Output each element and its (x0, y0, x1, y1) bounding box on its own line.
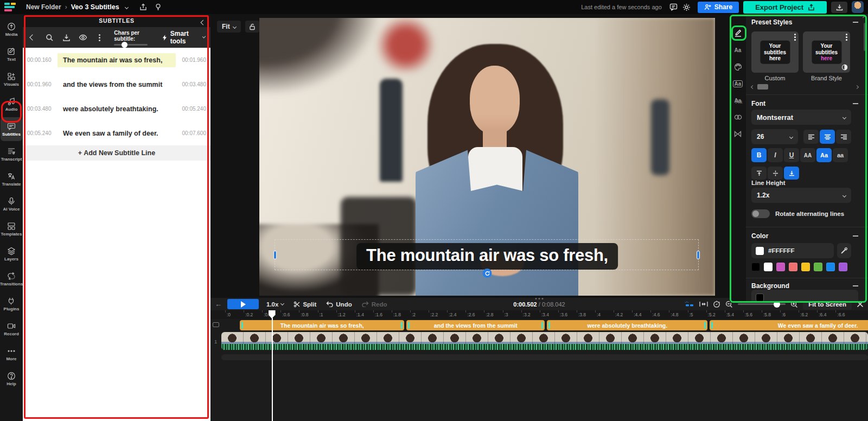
vertical-align-middle-button[interactable] (768, 167, 783, 180)
kapwing-logo-icon[interactable] (4, 3, 18, 11)
collapse-font-section-icon[interactable] (853, 103, 858, 104)
preset-card-brand[interactable]: Your subtitles here (803, 31, 850, 73)
sidebar-item-translate[interactable]: Translate (1, 167, 22, 191)
sidebar-item-text[interactable]: Text (1, 42, 22, 66)
fit-timeline-icon[interactable] (699, 301, 708, 307)
sidebar-item-templates[interactable]: Templates (1, 217, 22, 241)
back-icon[interactable] (28, 32, 37, 43)
sidebar-item-plugins[interactable]: Plugins (1, 292, 22, 316)
breadcrumb-folder[interactable]: New Folder (26, 3, 61, 11)
sidebar-item-visuals[interactable]: Visuals (1, 67, 22, 91)
subtitle-track-toggle-icon[interactable] (685, 301, 694, 308)
sidebar-item-more[interactable]: More (1, 342, 22, 366)
sidebar-item-transcript[interactable]: Transcript (1, 142, 22, 166)
outline-tab-icon[interactable]: Aa (732, 78, 744, 90)
preset-card-custom[interactable]: Your subtitles here (751, 31, 799, 73)
lowercase-button[interactable]: aa (833, 148, 848, 162)
preset-scroll-right-icon[interactable] (855, 85, 859, 88)
edit-style-tab-icon[interactable] (732, 27, 744, 39)
color-swatch-f7c21e[interactable] (801, 263, 810, 271)
visibility-eye-icon[interactable] (79, 32, 88, 43)
canvas-fit-dropdown[interactable]: Fit (217, 21, 241, 33)
breadcrumb-project-title[interactable]: Veo 3 Subtitles (71, 3, 119, 11)
uppercase-button[interactable]: AA (800, 148, 815, 162)
collapse-panel-icon[interactable] (201, 17, 205, 27)
capitalize-button[interactable]: Aa (816, 148, 832, 162)
video-frame[interactable]: The mountain air was so fresh, (259, 18, 715, 296)
user-avatar[interactable] (852, 1, 864, 13)
align-center-button[interactable] (820, 130, 835, 144)
color-tab-icon[interactable] (732, 61, 744, 73)
animation-tab-icon[interactable] (732, 128, 744, 140)
playback-speed-dropdown[interactable]: 1.0x (264, 300, 286, 309)
timeline-ruler[interactable]: :0:0.2:0.4:0.6:0.8:1:1.2:1.4:1.6:1.8:2:2… (210, 310, 868, 319)
subtitle-text[interactable]: and the views from the summit (58, 78, 176, 92)
color-swatch-c757be[interactable] (776, 263, 785, 271)
font-size-select[interactable]: 26 (751, 129, 798, 144)
sidebar-item-audio[interactable]: Audio (1, 92, 22, 116)
color-swatch-f07171[interactable] (789, 263, 797, 271)
preset-card-menu-icon[interactable] (794, 34, 796, 35)
timeline-horizontal-scrollbar[interactable] (221, 354, 868, 360)
add-subtitle-line-button[interactable]: + Add New Subtitle Line (23, 145, 210, 161)
subtitle-timeline-block[interactable]: The mountain air was so fresh, (240, 320, 404, 330)
color-swatch-ffffff[interactable] (764, 263, 773, 271)
color-swatch-000000[interactable] (751, 263, 760, 271)
italic-button[interactable]: I (768, 148, 783, 162)
subtitle-timeline-block[interactable]: were absolutely breathtaking. (547, 320, 707, 330)
align-left-button[interactable] (803, 130, 819, 144)
download-subtitles-icon[interactable] (62, 32, 71, 43)
search-icon[interactable] (45, 32, 54, 43)
download-button[interactable] (831, 2, 847, 13)
line-height-select[interactable]: 1.2x (751, 188, 851, 203)
more-options-kebab-icon[interactable] (95, 32, 104, 43)
color-hex-field[interactable]: #FFFFFF (751, 243, 834, 258)
subtitle-row[interactable]: 00:01.960and the views from the summit00… (23, 72, 210, 97)
sidebar-item-layers[interactable]: Layers (1, 242, 22, 266)
redo-button[interactable]: Redo (360, 300, 390, 309)
subtitle-row[interactable]: 00:00.160The mountain air was so fresh,0… (23, 48, 210, 72)
collapse-background-section-icon[interactable] (853, 285, 858, 286)
smart-tools-button[interactable]: Smart tools (162, 30, 205, 45)
collapse-preset-styles-icon[interactable] (853, 22, 858, 23)
sidebar-item-subtitles[interactable]: Subtitles (1, 117, 22, 141)
subtitle-timeline-block[interactable]: We even saw a family of deer. (710, 320, 868, 330)
eyedropper-button[interactable] (837, 243, 851, 258)
panel-scrollbar[interactable] (863, 15, 867, 302)
chars-per-subtitle-slider[interactable] (114, 44, 148, 46)
shadow-tab-icon[interactable]: Aa (732, 94, 744, 106)
color-swatch-1688ec[interactable] (826, 263, 835, 271)
preset-carousel-scrollbar[interactable] (751, 84, 858, 90)
color-swatch-62b544[interactable] (814, 263, 822, 271)
font-family-select[interactable]: Montserrat (751, 110, 851, 125)
canvas-lock-icon[interactable] (245, 21, 259, 33)
subtitle-row[interactable]: 00:03.480were absolutely breathtaking.00… (23, 97, 210, 121)
font-tab-icon[interactable]: Aa (732, 44, 744, 56)
sidebar-item-media[interactable]: Media (1, 17, 22, 41)
preset-card-menu-icon[interactable] (846, 34, 847, 35)
preset-scroll-thumb[interactable] (757, 84, 768, 90)
timeline-resize-handle[interactable] (539, 298, 540, 299)
sidebar-item-help[interactable]: Help (1, 367, 22, 391)
subtitle-timeline-block[interactable]: and the views from the summit (406, 320, 545, 330)
sidebar-item-record[interactable]: Record (1, 317, 22, 341)
subtitle-row[interactable]: 00:05.240We even saw a family of deer.00… (23, 121, 210, 145)
bold-button[interactable]: B (751, 148, 767, 162)
panel-scroll-thumb[interactable] (864, 23, 866, 51)
project-menu-chevron-icon[interactable] (120, 1, 133, 13)
comments-icon[interactable] (667, 1, 680, 13)
video-track-filmstrip[interactable] (221, 332, 868, 350)
sidebar-item-transitions[interactable]: Transitions (1, 267, 22, 291)
chars-slider-knob[interactable] (122, 42, 127, 48)
caption-resize-handle-right[interactable] (697, 251, 700, 259)
preset-scroll-left-icon[interactable] (751, 85, 755, 88)
split-button[interactable]: Split (291, 300, 318, 309)
sidebar-item-ai-voice[interactable]: AI Voice (1, 192, 22, 216)
background-color-field[interactable] (751, 290, 858, 303)
video-caption[interactable]: The mountain air was so fresh, (356, 243, 618, 270)
collapse-color-section-icon[interactable] (853, 235, 858, 237)
play-button[interactable] (227, 299, 259, 309)
timeline-back-arrow-icon[interactable]: ← (215, 300, 222, 308)
link-tab-icon[interactable] (732, 111, 744, 123)
subtitle-text[interactable]: were absolutely breathtaking. (58, 102, 176, 116)
